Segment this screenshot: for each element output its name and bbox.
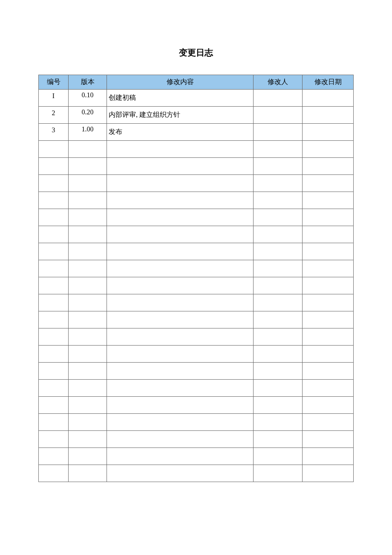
- cell-ver: [69, 158, 107, 175]
- cell-date: [303, 90, 354, 107]
- cell-num: [39, 158, 69, 175]
- table-row: [39, 311, 354, 328]
- cell-ver: [69, 311, 107, 328]
- table-row: I0.10创建初稿: [39, 90, 354, 107]
- cell-ver: [69, 465, 107, 482]
- cell-num: [39, 192, 69, 209]
- cell-date: [303, 243, 354, 260]
- cell-date: [303, 294, 354, 311]
- cell-author: [254, 277, 303, 294]
- cell-num: [39, 226, 69, 243]
- table-row: [39, 363, 354, 380]
- header-date: 修改日期: [303, 75, 354, 90]
- cell-date: [303, 192, 354, 209]
- cell-author: [254, 260, 303, 277]
- cell-author: [254, 363, 303, 380]
- cell-author: [254, 414, 303, 431]
- cell-content: [107, 226, 254, 243]
- cell-ver: [69, 209, 107, 226]
- cell-content: [107, 380, 254, 397]
- table-row: [39, 380, 354, 397]
- cell-author: [254, 380, 303, 397]
- cell-content: [107, 175, 254, 192]
- cell-date: [303, 277, 354, 294]
- cell-num: [39, 431, 69, 448]
- table-row: [39, 431, 354, 448]
- cell-author: [254, 209, 303, 226]
- cell-author: [254, 141, 303, 158]
- cell-ver: [69, 346, 107, 363]
- cell-content: 创建初稿: [107, 90, 254, 107]
- cell-num: [39, 346, 69, 363]
- cell-author: [254, 294, 303, 311]
- cell-content: [107, 448, 254, 465]
- cell-num: [39, 175, 69, 192]
- cell-ver: 0.20: [69, 107, 107, 124]
- cell-ver: [69, 243, 107, 260]
- table-row: [39, 226, 354, 243]
- cell-num: [39, 311, 69, 328]
- header-num: 编号: [39, 75, 69, 90]
- table-row: [39, 346, 354, 363]
- cell-date: [303, 226, 354, 243]
- cell-author: [254, 226, 303, 243]
- cell-date: [303, 380, 354, 397]
- table-row: [39, 414, 354, 431]
- table-row: [39, 141, 354, 158]
- cell-date: [303, 431, 354, 448]
- cell-author: [254, 124, 303, 141]
- header-content: 修改内容: [107, 75, 254, 90]
- cell-content: [107, 328, 254, 346]
- cell-ver: [69, 192, 107, 209]
- cell-content: [107, 192, 254, 209]
- cell-ver: [69, 294, 107, 311]
- cell-ver: [69, 363, 107, 380]
- cell-ver: [69, 431, 107, 448]
- table-row: [39, 328, 354, 346]
- header-author: 修改人: [254, 75, 303, 90]
- table-row: [39, 465, 354, 482]
- cell-num: [39, 294, 69, 311]
- cell-author: [254, 397, 303, 414]
- cell-ver: [69, 448, 107, 465]
- cell-author: [254, 448, 303, 465]
- cell-num: [39, 328, 69, 346]
- cell-date: [303, 397, 354, 414]
- cell-author: [254, 107, 303, 124]
- cell-content: [107, 311, 254, 328]
- table-row: [39, 209, 354, 226]
- cell-content: [107, 209, 254, 226]
- cell-ver: [69, 328, 107, 346]
- cell-author: [254, 192, 303, 209]
- cell-date: [303, 448, 354, 465]
- table-row: [39, 277, 354, 294]
- cell-content: [107, 346, 254, 363]
- cell-author: [254, 465, 303, 482]
- table-row: 31.00发布: [39, 124, 354, 141]
- cell-date: [303, 363, 354, 380]
- cell-author: [254, 90, 303, 107]
- cell-content: [107, 397, 254, 414]
- cell-author: [254, 311, 303, 328]
- cell-ver: [69, 141, 107, 158]
- table-row: [39, 192, 354, 209]
- cell-num: [39, 209, 69, 226]
- cell-content: [107, 363, 254, 380]
- cell-content: 发布: [107, 124, 254, 141]
- cell-num: [39, 465, 69, 482]
- cell-ver: 0.10: [69, 90, 107, 107]
- cell-ver: [69, 226, 107, 243]
- cell-ver: [69, 277, 107, 294]
- table-row: [39, 397, 354, 414]
- cell-num: [39, 363, 69, 380]
- cell-date: [303, 260, 354, 277]
- page-title: 变更日志: [38, 47, 354, 58]
- cell-num: I: [39, 90, 69, 107]
- cell-num: [39, 141, 69, 158]
- cell-num: [39, 277, 69, 294]
- cell-ver: [69, 380, 107, 397]
- cell-num: [39, 243, 69, 260]
- cell-author: [254, 175, 303, 192]
- cell-content: [107, 260, 254, 277]
- cell-content: [107, 465, 254, 482]
